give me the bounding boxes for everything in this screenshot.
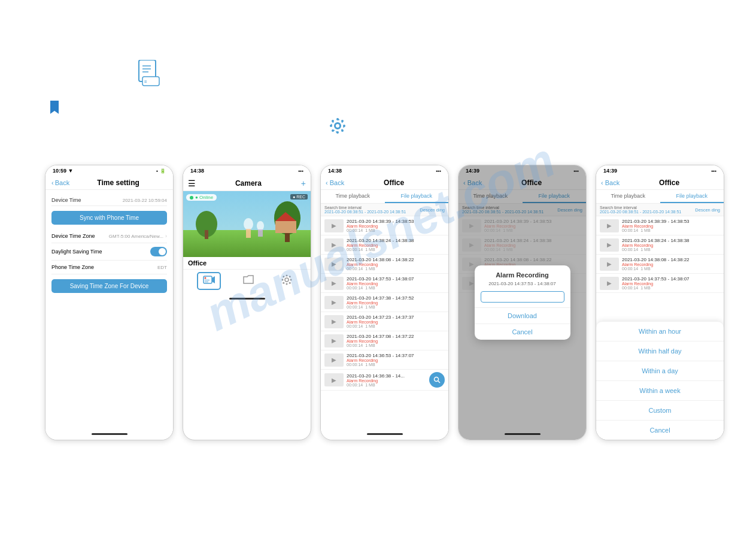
phone2-add-icon[interactable]: + <box>301 179 306 188</box>
phone4-download-dialog: 14:39 ▪▪▪ ‹ Back Office Time playback Fi… <box>458 165 587 440</box>
phone2-title: Camera <box>235 179 262 188</box>
rec-item-3: ▶ 2021-03-20 14:38:08 - 14:38:22 Alarm R… <box>321 255 448 274</box>
modal-title: Alarm Recording <box>475 265 570 281</box>
phone5-nav: ‹ Back Office <box>596 176 724 190</box>
phone5-search-interval: Search time interval 2021-03-20 08:38:51… <box>600 205 681 214</box>
camera-name: Office <box>188 259 207 267</box>
phone2-menu-icon[interactable]: ☰ <box>188 179 196 188</box>
phone5-title: Office <box>620 179 719 187</box>
phone2-home-indicator <box>229 298 265 300</box>
option-custom[interactable]: Custom <box>596 401 724 421</box>
recording-btn[interactable] <box>197 272 221 290</box>
phone5-search-bar: Search time interval 2021-03-20 08:38:51… <box>596 204 724 216</box>
device-time-zone-row: Device Time Zone GMT-5:00 America/New...… <box>51 229 167 243</box>
phone1-title: Time setting <box>69 179 167 187</box>
phone-time-zone-label: Phone Time Zone <box>51 264 94 270</box>
phone1-time-setting: 10:59 ▼ ▪🔋 ‹ Back Time setting Device Ti… <box>45 165 174 440</box>
phone5-status-bar: 14:39 ▪▪▪ <box>596 165 724 176</box>
option-within-day[interactable]: Within a day <box>596 361 724 381</box>
svg-line-43 <box>438 381 440 383</box>
phone2-bottom-bar <box>183 292 311 304</box>
phone5-time: 14:39 <box>603 168 617 174</box>
save-zone-btn[interactable]: Saving Time Zone For Device <box>51 279 167 293</box>
svg-point-37 <box>290 279 292 281</box>
rec-item-9: ▶ 2021-03-20 14:36:38 - 14... Alarm Reco… <box>321 370 448 391</box>
phone3-search-interval: Search time interval 2021-03-20 08:38:51… <box>324 205 406 214</box>
svg-point-14 <box>332 129 334 132</box>
svg-rect-26 <box>275 221 296 233</box>
phone3-status-bar: 14:38 ▪▪▪ <box>321 165 448 176</box>
phone1-time: 10:59 ▼ <box>53 168 73 174</box>
svg-point-15 <box>341 129 344 132</box>
phone3-tab-file[interactable]: File playback <box>385 190 449 203</box>
device-time-value: 2021-03-22 10:59:04 <box>123 198 167 203</box>
rec-info-1: 2021-03-20 14:38:39 - 14:38:53 Alarm Rec… <box>347 219 445 232</box>
svg-rect-30 <box>205 280 210 280</box>
phone5-tab-bar: Time playback File playback <box>596 190 724 204</box>
device-time-row: Device Time 2021-03-22 10:59:04 <box>51 195 167 206</box>
phone1-status-icons: ▪🔋 <box>156 168 166 174</box>
option-within-hour[interactable]: Within an hour <box>596 322 724 341</box>
phone3-tab-bar: Time playback File playback <box>321 190 448 204</box>
phone3-search-bar: Search time interval 2021-03-20 08:38:51… <box>321 204 448 216</box>
modal-download-btn[interactable]: Download <box>475 307 570 324</box>
rec-item-6: ▶ 2021-03-20 14:37:23 - 14:37:37 Alarm R… <box>321 312 448 331</box>
phone3-home-indicator <box>367 433 403 435</box>
phone1-back-btn[interactable]: ‹ Back <box>51 179 69 186</box>
daylight-saving-label: Daylight Saving Time <box>51 249 102 255</box>
phone-time-zone-value: EDT <box>157 265 167 270</box>
rec-item-1: ▶ 2021-03-20 14:38:39 - 14:38:53 Alarm R… <box>321 216 448 235</box>
svg-point-10 <box>330 125 332 127</box>
svg-rect-19 <box>205 230 208 239</box>
svg-rect-25 <box>258 229 263 237</box>
phone2-status-icons: ▪▪▪ <box>298 168 303 174</box>
phone5-tab-file[interactable]: File playback <box>660 190 724 203</box>
recording-indicator: ● REC <box>290 194 308 200</box>
rec-item-5: ▶ 2021-03-20 14:37:38 - 14:37:52 Alarm R… <box>321 293 448 312</box>
svg-point-12 <box>332 120 334 122</box>
sync-phone-time-btn[interactable]: Sync with Phone Time <box>51 211 167 225</box>
phone1-content: Device Time 2021-03-22 10:59:04 Sync wit… <box>45 190 173 428</box>
phone3-nav: ‹ Back Office <box>321 176 448 190</box>
svg-point-35 <box>286 283 288 285</box>
phone2-time: 14:38 <box>190 168 204 174</box>
phone5-tab-time[interactable]: Time playback <box>596 190 660 203</box>
option-within-week[interactable]: Within a week <box>596 381 724 401</box>
daylight-toggle[interactable] <box>150 247 167 256</box>
folder-btn[interactable] <box>238 272 259 290</box>
svg-point-41 <box>289 282 291 284</box>
phone1-home-indicator <box>92 433 127 435</box>
rec-item-8: ▶ 2021-03-20 14:36:53 - 14:37:07 Alarm R… <box>321 350 448 370</box>
modal-subtitle: 2021-03-20 14:37:53 - 14:38:07 <box>475 281 570 290</box>
rec-item-2: ▶ 2021-03-20 14:38:24 - 14:38:38 Alarm R… <box>321 235 448 255</box>
modal-cancel-btn[interactable]: Cancel <box>475 324 570 340</box>
phones-container: 10:59 ▼ ▪🔋 ‹ Back Time setting Device Ti… <box>45 165 724 440</box>
option-within-half-day[interactable]: Within half day <box>596 341 724 361</box>
svg-point-42 <box>435 377 439 382</box>
svg-point-34 <box>286 275 288 277</box>
daylight-saving-row: Daylight Saving Time <box>51 243 167 261</box>
camera-preview: ● Online ● REC <box>183 191 311 257</box>
modal-filename-input[interactable] <box>481 291 564 303</box>
search-options-panel: Within an hour Within half day Within a … <box>596 322 724 440</box>
phone3-title: Office <box>344 179 444 187</box>
device-time-label: Device Time <box>51 197 81 203</box>
svg-point-22 <box>244 218 253 230</box>
phone5-descending: Descen ding <box>695 207 720 213</box>
option-cancel[interactable]: Cancel <box>596 421 724 440</box>
settings-gear-btn[interactable] <box>277 272 297 290</box>
phone3-tab-time[interactable]: Time playback <box>321 190 385 203</box>
doc-icon: ≡ <box>138 60 162 87</box>
phone1-bottom-bar <box>45 428 173 440</box>
search-fab-btn[interactable] <box>429 372 445 388</box>
svg-point-24 <box>257 221 264 231</box>
download-modal: Alarm Recording 2021-03-20 14:37:53 - 14… <box>475 265 570 340</box>
phone5-search-options: 14:39 ▪▪▪ ‹ Back Office Time playback Fi… <box>596 165 724 440</box>
gear-icon-center <box>329 117 347 139</box>
phone5-back-btn[interactable]: ‹ Back <box>601 179 620 186</box>
rec-item-7: ▶ 2021-03-20 14:37:08 - 14:37:22 Alarm R… <box>321 331 448 350</box>
svg-point-38 <box>283 276 284 277</box>
top-doc-icon-area: ≡ <box>138 60 162 87</box>
phone3-back-btn[interactable]: ‹ Back <box>326 179 344 186</box>
phone2-status-bar: 14:38 ▪▪▪ <box>183 165 311 176</box>
